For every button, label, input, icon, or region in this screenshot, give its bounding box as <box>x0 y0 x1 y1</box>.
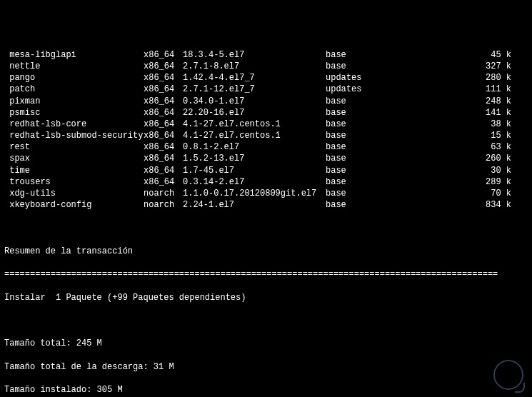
pkg-arch: x86_64 <box>144 176 183 188</box>
pkg-size: 289 k <box>468 176 511 188</box>
pkg-version: 0.8.1-2.el7 <box>183 141 326 153</box>
pkg-repo: base <box>326 199 468 211</box>
install-line: Instalar 1 Paquete (+99 Paquetes dependi… <box>4 292 528 303</box>
pkg-version: 2.24-1.el7 <box>183 199 326 211</box>
pkg-arch: noarch <box>144 199 183 211</box>
package-row: psmiscx86_6422.20-16.el7base141 k <box>4 107 528 119</box>
pkg-name: pango <box>4 72 144 84</box>
pkg-version: 4.1-27.el7.centos.1 <box>183 130 326 141</box>
pkg-size: 280 k <box>468 72 511 84</box>
divider: ========================================… <box>4 268 528 280</box>
pkg-name: xkeyboard-config <box>4 199 144 211</box>
pkg-version: 1.5.2-13.el7 <box>183 153 326 164</box>
pkg-size: 834 k <box>468 199 511 211</box>
package-list: mesa-libglapix86_6418.3.4-5.el7base45 k … <box>4 49 528 211</box>
pkg-name: mesa-libglapi <box>4 49 144 61</box>
pkg-repo: base <box>326 141 468 153</box>
pkg-size: 15 k <box>468 130 511 141</box>
pkg-size: 45 k <box>468 49 511 61</box>
pkg-name: patch <box>4 84 144 95</box>
pkg-arch: x86_64 <box>144 49 183 61</box>
pkg-arch: x86_64 <box>144 130 183 141</box>
pkg-version: 1.42.4-4.el7_7 <box>183 72 326 84</box>
pkg-repo: base <box>326 49 468 61</box>
total-size: Tamaño total: 245 M <box>4 338 528 349</box>
pkg-arch: x86_64 <box>144 141 183 153</box>
package-row: nettlex86_642.7.1-8.el7base327 k <box>4 61 528 72</box>
package-row: timex86_641.7-45.el7base30 k <box>4 165 528 176</box>
pkg-size: 30 k <box>468 165 511 176</box>
pkg-version: 1.7-45.el7 <box>183 165 326 176</box>
pkg-repo: base <box>326 96 468 107</box>
package-row: spaxx86_641.5.2-13.el7base260 k <box>4 153 528 164</box>
installed-size: Tamaño instalado: 305 M <box>4 384 528 396</box>
pkg-version: 0.3.14-2.el7 <box>183 176 326 188</box>
package-row: patchx86_642.7.1-12.el7_7updates111 k <box>4 84 528 95</box>
pkg-version: 2.7.1-12.el7_7 <box>183 84 326 95</box>
pkg-version: 22.20-16.el7 <box>183 107 326 119</box>
package-row: redhat-lsb-submod-securityx86_644.1-27.e… <box>4 130 528 141</box>
pkg-repo: base <box>326 130 468 141</box>
pkg-repo: base <box>326 153 468 164</box>
pkg-repo: base <box>326 119 468 130</box>
blank-line <box>4 315 528 326</box>
pkg-repo: updates <box>326 72 468 84</box>
pkg-arch: x86_64 <box>144 61 183 72</box>
pkg-name: xdg-utils <box>4 188 144 199</box>
pkg-version: 1.1.0-0.17.20120809git.el7 <box>183 188 326 199</box>
pkg-repo: base <box>326 165 468 176</box>
package-row: xdg-utilsnoarch1.1.0-0.17.20120809git.el… <box>4 188 528 199</box>
pkg-size: 248 k <box>468 96 511 107</box>
pkg-arch: x86_64 <box>144 96 183 107</box>
pkg-repo: base <box>326 107 468 119</box>
pkg-name: spax <box>4 153 144 164</box>
pkg-name: trousers <box>4 176 144 188</box>
pkg-version: 0.34.0-1.el7 <box>183 96 326 107</box>
package-row: trousersx86_640.3.14-2.el7base289 k <box>4 176 528 188</box>
package-row: restx86_640.8.1-2.el7base63 k <box>4 141 528 153</box>
total-download: Tamaño total de la descarga: 31 M <box>4 361 528 373</box>
pkg-size: 63 k <box>468 141 511 153</box>
pkg-name: redhat-lsb-submod-security <box>4 130 144 141</box>
package-row: mesa-libglapix86_6418.3.4-5.el7base45 k <box>4 49 528 61</box>
watermark-logo <box>493 360 523 390</box>
pkg-repo: base <box>326 188 468 199</box>
pkg-size: 111 k <box>468 84 511 95</box>
pkg-version: 18.3.4-5.el7 <box>183 49 326 61</box>
blank-line <box>4 223 528 234</box>
package-row: pangox86_641.42.4-4.el7_7updates280 k <box>4 72 528 84</box>
pkg-repo: base <box>326 176 468 188</box>
pkg-version: 4.1-27.el7.centos.1 <box>183 119 326 130</box>
pkg-name: psmisc <box>4 107 144 119</box>
pkg-size: 260 k <box>468 153 511 164</box>
pkg-arch: x86_64 <box>144 107 183 119</box>
pkg-repo: base <box>326 61 468 72</box>
pkg-size: 70 k <box>468 188 511 199</box>
summary-header: Resumen de la transacción <box>4 246 528 257</box>
pkg-arch: x86_64 <box>144 84 183 95</box>
pkg-repo: updates <box>326 84 468 95</box>
package-row: xkeyboard-confignoarch2.24-1.el7base834 … <box>4 199 528 211</box>
pkg-size: 141 k <box>468 107 511 119</box>
pkg-arch: x86_64 <box>144 119 183 130</box>
pkg-arch: x86_64 <box>144 153 183 164</box>
pkg-arch: x86_64 <box>144 72 183 84</box>
pkg-name: pixman <box>4 96 144 107</box>
pkg-name: nettle <box>4 61 144 72</box>
pkg-size: 38 k <box>468 119 511 130</box>
pkg-arch: noarch <box>144 188 183 199</box>
package-row: redhat-lsb-corex86_644.1-27.el7.centos.1… <box>4 119 528 130</box>
pkg-name: rest <box>4 141 144 153</box>
pkg-arch: x86_64 <box>144 165 183 176</box>
pkg-name: time <box>4 165 144 176</box>
pkg-size: 327 k <box>468 61 511 72</box>
pkg-version: 2.7.1-8.el7 <box>183 61 326 72</box>
package-row: pixmanx86_640.34.0-1.el7base248 k <box>4 96 528 107</box>
pkg-name: redhat-lsb-core <box>4 119 144 130</box>
